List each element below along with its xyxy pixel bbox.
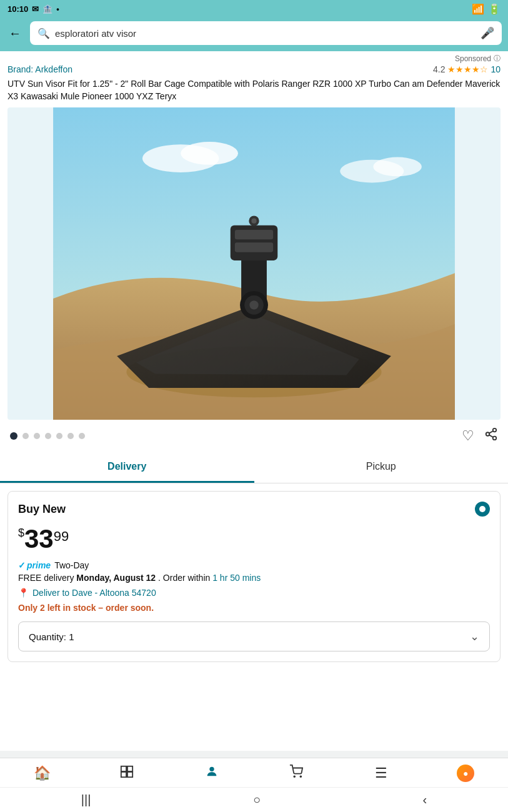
prime-text: prime <box>27 560 51 570</box>
share-button[interactable] <box>484 427 498 445</box>
buy-new-radio[interactable] <box>475 502 490 517</box>
location-row[interactable]: 📍 Deliver to Dave - Altoona 54720 <box>18 588 490 598</box>
prime-row: ✓ prime Two-Day <box>18 560 490 570</box>
dot-3[interactable] <box>34 433 40 439</box>
dot-4[interactable] <box>45 433 51 439</box>
dot-5[interactable] <box>56 433 62 439</box>
sponsored-label: Sponsored <box>455 54 491 63</box>
price-main: 33 <box>24 524 54 553</box>
image-dots-row: ♡ <box>0 420 508 452</box>
share-icon <box>484 427 498 441</box>
svg-rect-10 <box>235 230 273 239</box>
nav-menu[interactable]: ☰ <box>362 765 400 781</box>
sponsored-info-icon[interactable]: ⓘ <box>494 54 501 63</box>
rating-row: 4.2 ★★★★☆ 10 <box>433 64 501 74</box>
svg-rect-11 <box>235 243 273 252</box>
tab-pickup[interactable]: Pickup <box>254 452 509 483</box>
bottom-nav: 🏠 ☰ ● <box>0 758 508 787</box>
chevron-down-icon: ⌄ <box>470 630 479 643</box>
categories-icon <box>120 765 134 782</box>
star-rating[interactable]: ★★★★☆ <box>447 64 488 74</box>
nav-profile[interactable]: ● <box>447 765 484 782</box>
brand-rating-row: Brand: Arkdeffon 4.2 ★★★★☆ 10 <box>0 63 508 77</box>
status-left: 10:10 ✉ 🏦 • <box>7 4 59 14</box>
product-image-svg <box>7 107 501 420</box>
status-right: 📶 🔋 <box>472 3 501 15</box>
product-area: Sponsored ⓘ Brand: Arkdeffon 4.2 ★★★★☆ 1… <box>0 51 508 751</box>
radio-inner <box>479 506 486 512</box>
nav-categories[interactable] <box>108 765 146 782</box>
dot-1[interactable] <box>10 432 17 440</box>
mail-icon: ✉ <box>32 4 39 14</box>
buy-new-label: Buy New <box>18 503 66 516</box>
buy-new-row: Buy New <box>18 502 490 517</box>
brand-link[interactable]: Brand: Arkdeffon <box>7 64 72 74</box>
delivery-text: FREE delivery <box>18 573 74 583</box>
svg-point-26 <box>209 767 214 771</box>
android-nav: ||| ○ ‹ <box>0 787 508 812</box>
location-icon: 📍 <box>18 588 29 598</box>
battery-icon: 🔋 <box>488 3 501 15</box>
svg-point-18 <box>486 432 490 436</box>
search-bar-container: ← 🔍 esploratori atv visor 🎤 <box>0 17 508 51</box>
phone-dot-icon: • <box>56 4 59 14</box>
svg-line-21 <box>489 431 493 433</box>
svg-rect-25 <box>127 772 132 777</box>
svg-point-28 <box>301 776 302 777</box>
price-row: $3399 <box>18 524 490 554</box>
stock-warning: Only 2 left in stock – order soon. <box>18 603 490 613</box>
quantity-label: Quantity: 1 <box>29 631 74 642</box>
hamburger-icon: ☰ <box>375 765 387 781</box>
product-image[interactable] <box>7 107 501 420</box>
dot-7[interactable] <box>79 433 85 439</box>
nav-cart[interactable] <box>277 765 315 782</box>
wishlist-button[interactable]: ♡ <box>462 427 474 445</box>
back-button[interactable]: ← <box>6 24 24 43</box>
tabs-row: Delivery Pickup <box>0 452 508 483</box>
delivery-date: Monday, August 12 <box>76 573 156 583</box>
location-text: Deliver to Dave - Altoona 54720 <box>32 588 156 598</box>
search-icon: 🔍 <box>37 27 50 39</box>
android-home-button[interactable]: ○ <box>253 793 261 807</box>
status-bar: 10:10 ✉ 🏦 • 📶 🔋 <box>0 0 508 17</box>
dot-6[interactable] <box>67 433 74 439</box>
svg-point-27 <box>294 776 296 777</box>
time-remaining: 1 hr 50 mins <box>212 573 261 583</box>
account-icon <box>205 765 219 782</box>
prime-check-icon: ✓ <box>18 560 26 570</box>
search-query: esploratori atv visor <box>55 28 476 39</box>
rating-number: 4.2 <box>433 64 445 74</box>
status-time: 10:10 <box>7 4 28 14</box>
prime-twoday: Two-Day <box>54 560 89 570</box>
cart-icon <box>289 765 303 782</box>
nav-home[interactable]: 🏠 <box>24 765 61 781</box>
svg-rect-22 <box>121 766 126 771</box>
android-recent-button[interactable]: ||| <box>81 793 91 807</box>
svg-point-19 <box>493 437 497 440</box>
android-back-button[interactable]: ‹ <box>423 793 427 807</box>
tab-delivery[interactable]: Delivery <box>0 452 254 483</box>
home-icon: 🏠 <box>34 765 51 781</box>
svg-rect-24 <box>121 772 126 777</box>
svg-point-16 <box>249 300 258 309</box>
dot-2[interactable] <box>22 433 29 439</box>
wifi-icon: 📶 <box>472 3 484 15</box>
buy-box: Buy New $3399 ✓ prime Two-Day FREE deliv… <box>7 491 501 662</box>
nav-account[interactable] <box>193 765 231 782</box>
price-dollar: $ <box>18 527 24 539</box>
svg-point-13 <box>251 219 256 224</box>
quantity-selector[interactable]: Quantity: 1 ⌄ <box>18 621 490 651</box>
delivery-row: FREE delivery Monday, August 12 . Order … <box>18 573 490 583</box>
svg-point-17 <box>493 428 497 432</box>
svg-point-4 <box>373 157 422 177</box>
sponsored-row: Sponsored ⓘ <box>0 51 508 63</box>
image-dots[interactable] <box>10 432 85 440</box>
svg-line-20 <box>489 435 493 438</box>
profile-avatar-icon: ● <box>457 765 474 782</box>
search-bar[interactable]: 🔍 esploratori atv visor 🎤 <box>30 21 502 45</box>
order-within-text: . Order within <box>158 573 210 583</box>
svg-rect-23 <box>127 766 132 771</box>
product-title: UTV Sun Visor Fit for 1.25" - 2" Roll Ba… <box>0 77 508 107</box>
review-count[interactable]: 10 <box>491 64 501 74</box>
mic-icon[interactable]: 🎤 <box>481 26 494 40</box>
